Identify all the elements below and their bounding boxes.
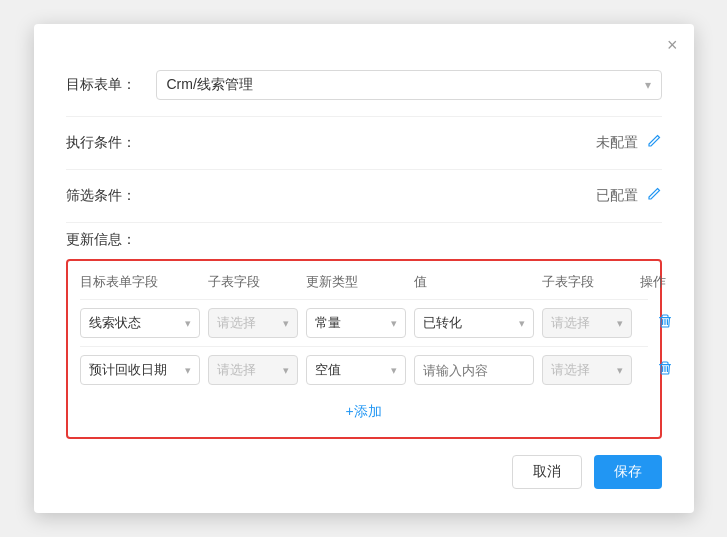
row1-sub1-chevron-icon: ▾: [283, 317, 289, 330]
table-row: 预计回收日期 ▾ 请选择 ▾ 空值 ▾ 请选择 ▾: [80, 346, 648, 393]
row2-field-text: 预计回收日期: [89, 361, 167, 379]
row1-value-text: 已转化: [423, 314, 462, 332]
update-info-section: 更新信息： 目标表单字段 子表字段 更新类型 值 子表字段 操作 线索状态 ▾: [66, 231, 662, 439]
row1-delete-button[interactable]: [640, 313, 690, 333]
col-header-type: 更新类型: [306, 273, 406, 291]
col-header-value: 值: [414, 273, 534, 291]
filter-condition-edit-icon[interactable]: [646, 186, 662, 206]
row2-field-chevron-icon: ▾: [185, 364, 191, 377]
update-table-container: 目标表单字段 子表字段 更新类型 值 子表字段 操作 线索状态 ▾ 请选择 ▾: [66, 259, 662, 439]
col-header-field: 目标表单字段: [80, 273, 200, 291]
row1-field-chevron-icon: ▾: [185, 317, 191, 330]
svg-rect-5: [662, 366, 663, 372]
add-row-button[interactable]: +添加: [80, 393, 648, 425]
svg-rect-1: [662, 319, 663, 325]
filter-condition-row: 筛选条件： 已配置: [66, 170, 662, 223]
exec-condition-edit-icon[interactable]: [646, 133, 662, 153]
row1-sub1-text: 请选择: [217, 314, 256, 332]
row2-sub2-text: 请选择: [551, 361, 590, 379]
svg-rect-3: [666, 319, 667, 325]
table-row: 线索状态 ▾ 请选择 ▾ 常量 ▾ 已转化 ▾: [80, 299, 648, 346]
row1-field-text: 线索状态: [89, 314, 141, 332]
target-form-chevron-icon: ▾: [645, 78, 651, 92]
dialog-body: 目标表单： Crm/线索管理 ▾ 执行条件： 未配置 筛选: [34, 54, 694, 439]
row1-field-select[interactable]: 线索状态 ▾: [80, 308, 200, 338]
dialog-footer: 取消 保存: [34, 439, 694, 489]
cancel-button[interactable]: 取消: [512, 455, 582, 489]
exec-condition-row: 执行条件： 未配置: [66, 117, 662, 170]
row1-type-select[interactable]: 常量 ▾: [306, 308, 406, 338]
save-button[interactable]: 保存: [594, 455, 662, 489]
dialog-header: ×: [34, 24, 694, 54]
target-form-label: 目标表单：: [66, 76, 156, 94]
row2-type-select[interactable]: 空值 ▾: [306, 355, 406, 385]
row2-sub2-chevron-icon: ▾: [617, 364, 623, 377]
row2-type-chevron-icon: ▾: [391, 364, 397, 377]
row2-sub2-select[interactable]: 请选择 ▾: [542, 355, 632, 385]
row1-value-select[interactable]: 已转化 ▾: [414, 308, 534, 338]
exec-condition-status: 未配置: [596, 134, 638, 152]
row1-value-chevron-icon: ▾: [519, 317, 525, 330]
row2-value-input[interactable]: [414, 355, 534, 385]
svg-rect-2: [664, 319, 665, 325]
col-header-sub1: 子表字段: [208, 273, 298, 291]
close-button[interactable]: ×: [667, 36, 678, 54]
target-form-row: 目标表单： Crm/线索管理 ▾: [66, 54, 662, 117]
row2-delete-button[interactable]: [640, 360, 690, 380]
exec-condition-right: 未配置: [596, 133, 662, 153]
filter-condition-status: 已配置: [596, 187, 638, 205]
svg-rect-6: [664, 366, 665, 372]
exec-condition-label: 执行条件：: [66, 134, 156, 152]
update-info-label: 更新信息：: [66, 231, 662, 249]
row1-sub2-text: 请选择: [551, 314, 590, 332]
row1-sub1-select[interactable]: 请选择 ▾: [208, 308, 298, 338]
table-header: 目标表单字段 子表字段 更新类型 值 子表字段 操作: [80, 273, 648, 299]
row2-sub1-text: 请选择: [217, 361, 256, 379]
row2-type-text: 空值: [315, 361, 341, 379]
filter-condition-right: 已配置: [596, 186, 662, 206]
col-header-sub2: 子表字段: [542, 273, 632, 291]
target-form-value: Crm/线索管理 ▾: [156, 70, 662, 100]
row1-sub2-select[interactable]: 请选择 ▾: [542, 308, 632, 338]
row1-type-chevron-icon: ▾: [391, 317, 397, 330]
col-header-action: 操作: [640, 273, 690, 291]
row1-sub2-chevron-icon: ▾: [617, 317, 623, 330]
dialog: × 目标表单： Crm/线索管理 ▾ 执行条件： 未配置: [34, 24, 694, 513]
target-form-select-text: Crm/线索管理: [167, 76, 253, 94]
row2-sub1-select[interactable]: 请选择 ▾: [208, 355, 298, 385]
target-form-select[interactable]: Crm/线索管理 ▾: [156, 70, 662, 100]
row2-field-select[interactable]: 预计回收日期 ▾: [80, 355, 200, 385]
svg-rect-7: [666, 366, 667, 372]
row2-sub1-chevron-icon: ▾: [283, 364, 289, 377]
filter-condition-label: 筛选条件：: [66, 187, 156, 205]
row1-type-text: 常量: [315, 314, 341, 332]
